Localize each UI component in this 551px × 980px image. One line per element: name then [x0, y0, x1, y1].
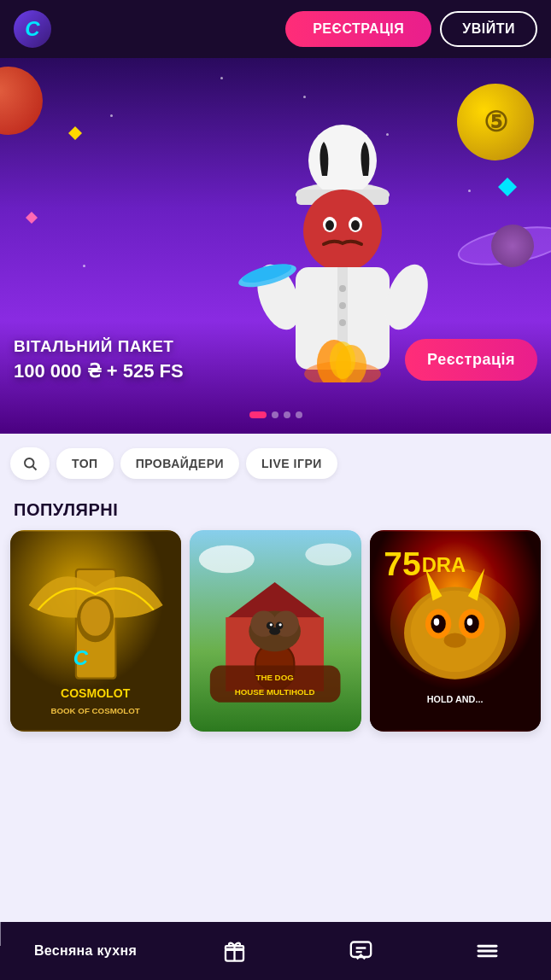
gift-nav-button[interactable]	[214, 930, 255, 971]
gem-decoration-1	[498, 178, 517, 196]
svg-point-61	[443, 633, 466, 648]
planet-decoration-3	[455, 219, 551, 272]
tab-top[interactable]: ТОП	[56, 448, 114, 479]
svg-point-11	[339, 302, 346, 309]
menu-nav-button[interactable]	[467, 930, 508, 971]
svg-point-10	[339, 285, 346, 292]
svg-text:DRA: DRA	[421, 553, 466, 576]
main-content: ТОП ПРОВАЙДЕРИ LIVE ІГРИ ПОПУЛЯРНІ	[0, 434, 551, 946]
tab-search[interactable]	[10, 447, 50, 480]
svg-point-12	[339, 319, 346, 326]
game-card-cosmolot[interactable]: C COSMOLOT BOOK OF COSMOLOT	[10, 530, 181, 732]
game-doghouse-bg: THE DOG HOUSE MULTIHOLD	[190, 530, 360, 732]
svg-point-45	[269, 627, 280, 635]
gift-icon	[222, 939, 246, 963]
svg-point-7	[351, 220, 360, 230]
dot-2[interactable]	[272, 411, 278, 418]
login-button[interactable]: УВІЙТИ	[440, 11, 537, 47]
games-grid: C COSMOLOT BOOK OF COSMOLOT	[0, 530, 551, 732]
hero-subtitle: 100 000 ₴ + 525 FS	[14, 360, 184, 382]
hero-register-button[interactable]: Реєстрація	[405, 339, 537, 381]
logo-icon: C	[14, 10, 51, 48]
svg-point-59	[433, 618, 438, 626]
star-decoration	[110, 114, 113, 117]
bottom-nav-icons	[171, 930, 551, 971]
star-decoration	[468, 190, 471, 192]
register-button[interactable]: РЕЄСТРАЦІЯ	[285, 11, 431, 47]
chat-icon	[349, 939, 372, 963]
svg-text:THE DOG: THE DOG	[256, 673, 294, 682]
svg-point-27	[80, 598, 110, 635]
svg-point-21	[25, 458, 34, 468]
svg-point-32	[199, 545, 255, 573]
svg-text:BOOK OF COSMOLOT: BOOK OF COSMOLOT	[50, 706, 139, 715]
planet-decoration-2: ⑤	[457, 84, 534, 160]
svg-point-6	[325, 220, 334, 230]
dot-4[interactable]	[296, 411, 302, 418]
dot-1[interactable]	[249, 411, 267, 418]
svg-point-20	[330, 341, 355, 379]
hero-pagination	[249, 411, 302, 418]
search-icon	[22, 456, 38, 471]
tab-live[interactable]: LIVE ІГРИ	[246, 448, 337, 479]
svg-point-3	[303, 190, 382, 271]
cosmolot-art: C COSMOLOT BOOK OF COSMOLOT	[10, 530, 181, 732]
svg-point-60	[466, 618, 472, 626]
svg-text:C: C	[73, 646, 89, 669]
svg-line-22	[32, 466, 36, 470]
game-card-dragons[interactable]: 75 DRA HOLD AND...	[370, 530, 541, 732]
gem-decoration-3	[26, 212, 38, 224]
menu-icon	[476, 939, 500, 963]
svg-text:HOLD AND...: HOLD AND...	[426, 694, 483, 704]
bottom-nav-label-area[interactable]: Весняна кухня	[0, 943, 171, 959]
svg-text:HOUSE MULTIHOLD: HOUSE MULTIHOLD	[235, 687, 315, 697]
logo: C	[14, 10, 51, 48]
header-buttons: РЕЄСТРАЦІЯ УВІЙТИ	[60, 11, 537, 47]
star-decoration	[83, 265, 85, 267]
dot-3[interactable]	[284, 411, 290, 418]
gem-decoration-2	[68, 126, 82, 140]
hero-text: ВІТАЛЬНИЙ ПАКЕТ 100 000 ₴ + 525 FS	[14, 337, 184, 382]
popular-section-title: ПОПУЛЯРНІ	[0, 493, 551, 530]
game-cosmolot-bg: C COSMOLOT BOOK OF COSMOLOT	[10, 530, 181, 732]
svg-point-43	[270, 623, 273, 626]
tab-bar: ТОП ПРОВАЙДЕРИ LIVE ІГРИ	[0, 434, 551, 493]
hero-banner: ⑤	[0, 58, 551, 434]
game-card-doghouse[interactable]: THE DOG HOUSE MULTIHOLD	[190, 530, 360, 732]
support-nav-button[interactable]	[340, 930, 381, 971]
header: C РЕЄСТРАЦІЯ УВІЙТИ	[0, 0, 551, 58]
svg-point-52	[410, 591, 499, 672]
game-dragons-bg: 75 DRA HOLD AND...	[370, 530, 541, 732]
dragons-art: 75 DRA HOLD AND...	[370, 530, 541, 732]
doghouse-art: THE DOG HOUSE MULTIHOLD	[190, 530, 360, 732]
svg-text:75: 75	[384, 545, 420, 582]
svg-rect-46	[210, 665, 341, 702]
star-decoration	[220, 77, 223, 79]
svg-text:COSMOLOT: COSMOLOT	[61, 686, 131, 700]
hero-title: ВІТАЛЬНИЙ ПАКЕТ	[14, 337, 184, 357]
planet-decoration-1	[0, 67, 43, 135]
bottom-nav-label: Весняна кухня	[34, 943, 137, 959]
svg-point-33	[306, 544, 352, 566]
svg-point-44	[279, 623, 282, 626]
bottom-nav: Весняна кухня	[0, 922, 551, 980]
tab-providers[interactable]: ПРОВАЙДЕРИ	[120, 448, 239, 479]
